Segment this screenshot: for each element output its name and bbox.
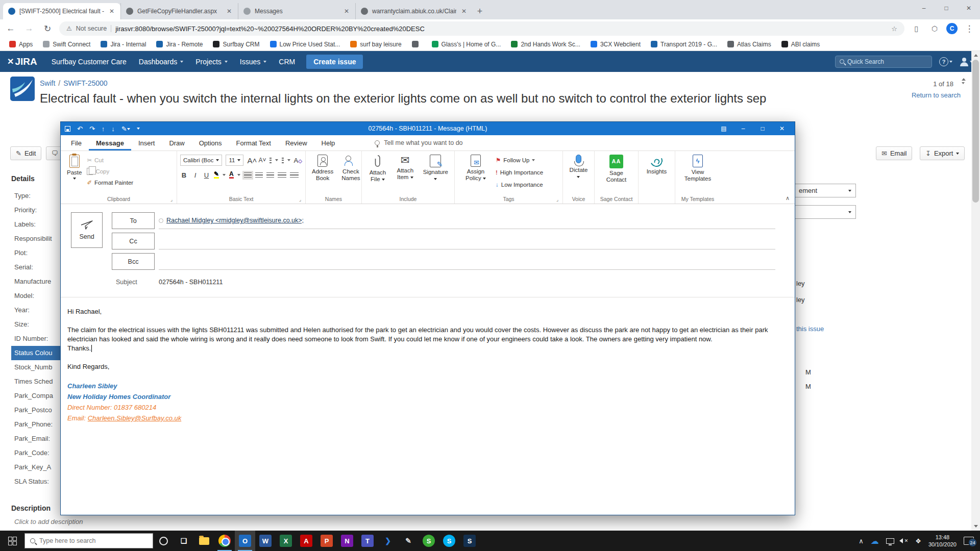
outlook-close-button[interactable]: ✕	[773, 122, 791, 135]
reload-icon[interactable]: ↻	[41, 23, 54, 34]
bookmark-item[interactable]: Jira - Internal	[96, 40, 150, 49]
task-view-icon[interactable]: ❏	[174, 531, 194, 551]
ol-tab-options[interactable]: Options	[192, 135, 229, 151]
dialog-launcher-icon[interactable]: ⌟	[299, 197, 301, 202]
bcc-field[interactable]	[159, 253, 775, 270]
bookmark-item[interactable]: Jira - Remote	[152, 40, 207, 49]
breadcrumb-issue-link[interactable]: SWIFT-25000	[63, 79, 107, 87]
signature-email-link[interactable]: Charleen.Sibley@Surfbay.co.uk	[88, 414, 182, 422]
bookmark-item[interactable]: Atlas Claims	[723, 40, 775, 49]
low-importance-button[interactable]: ↓Low Importance	[496, 179, 543, 190]
cortana-icon[interactable]	[153, 531, 174, 551]
bookmark-star-icon[interactable]: ☆	[891, 25, 897, 33]
tab-warrantyclaim[interactable]: warrantyclaim.abiuk.co.uk/Claim ✕	[355, 3, 473, 19]
chrome-icon[interactable]	[214, 531, 235, 551]
bookmark-item[interactable]: 3CX Webclient	[586, 40, 645, 49]
high-importance-button[interactable]: !High Importance	[496, 167, 543, 178]
cc-field[interactable]	[159, 233, 775, 249]
check-names-button[interactable]: Check Names	[338, 154, 363, 183]
shrink-font-icon[interactable]: A˅	[258, 157, 266, 164]
tab-jira-issue[interactable]: [SWIFT-25000] Electrical fault - w ✕	[3, 3, 120, 19]
extensions-puzzle-icon[interactable]: ⬡	[928, 24, 941, 33]
field-select-partial[interactable]: ement	[795, 184, 856, 197]
start-button[interactable]	[0, 531, 24, 551]
edge-icon[interactable]: ❯	[378, 531, 398, 551]
tell-me-search[interactable]: Tell me what you want to do	[375, 135, 462, 151]
bookmark-item[interactable]: Low Price Used Stat...	[266, 40, 345, 49]
ol-tab-format-text[interactable]: Format Text	[229, 135, 278, 151]
return-to-search-link[interactable]: Return to search	[912, 91, 961, 99]
back-icon[interactable]: ←	[4, 23, 17, 34]
clear-formatting-icon[interactable]: A◇	[294, 157, 302, 164]
cc-button[interactable]: Cc	[112, 233, 155, 249]
ol-tab-review[interactable]: Review	[278, 135, 314, 151]
attach-file-button[interactable]: Attach File	[365, 154, 390, 184]
create-issue-button[interactable]: Create issue	[306, 55, 363, 69]
numbering-icon[interactable]	[282, 158, 284, 163]
powerpoint-icon[interactable]: P	[316, 531, 337, 551]
outlook-minimize-button[interactable]: –	[734, 122, 752, 135]
network-display-icon[interactable]	[886, 538, 894, 544]
italic-icon[interactable]: I	[191, 171, 199, 179]
paste-button[interactable]: Paste	[64, 154, 85, 181]
scrollbar-thumb[interactable]	[972, 60, 979, 203]
font-name-select[interactable]: Calibri (Boc	[180, 155, 222, 166]
customize-qat-icon[interactable]	[137, 128, 140, 130]
onedrive-icon[interactable]: ☁	[871, 536, 879, 546]
project-avatar[interactable]	[10, 77, 35, 101]
forward-icon[interactable]: →	[22, 23, 36, 34]
sage-contact-button[interactable]: AA Sage Contact	[599, 154, 634, 184]
ol-tab-message[interactable]: Message	[89, 135, 131, 151]
tab-messages[interactable]: Messages ✕	[238, 3, 355, 19]
bullets-icon[interactable]	[270, 158, 272, 163]
cut-button[interactable]: ✂Cut	[87, 155, 133, 165]
address-book-button[interactable]: Address Book	[309, 154, 336, 183]
previous-item-icon[interactable]: ↑	[102, 125, 105, 133]
new-tab-button[interactable]: +	[473, 4, 487, 18]
bold-icon[interactable]: B	[180, 171, 188, 179]
tab-close-icon[interactable]: ✕	[108, 7, 115, 16]
ol-tab-file[interactable]: File	[64, 135, 89, 151]
page-scrollbar[interactable]	[971, 51, 980, 531]
outlook-title-bar[interactable]: ↶ ↷ ↑ ↓ ✎ 027564h - SBH011211 - Message …	[61, 122, 795, 135]
excel-icon[interactable]: X	[276, 531, 296, 551]
url-text[interactable]: jirasvr:8080/browse/SWIFT-25000?jql=text…	[115, 25, 425, 33]
edit-button[interactable]: ✎ Edit	[10, 146, 41, 160]
outlook-maximize-button[interactable]: □	[754, 122, 771, 135]
ol-tab-draw[interactable]: Draw	[162, 135, 191, 151]
redo-icon[interactable]: ↷	[89, 125, 95, 133]
bookmark-item[interactable]: Swift Connect	[39, 40, 94, 49]
insights-button[interactable]: Insights	[644, 154, 670, 176]
tab-close-icon[interactable]: ✕	[226, 7, 233, 16]
assign-policy-button[interactable]: Assign Policy	[458, 154, 494, 183]
security-label[interactable]: Not secure	[76, 25, 107, 32]
quick-search-input[interactable]: Quick Search	[835, 56, 932, 68]
bookmark-item[interactable]	[408, 40, 426, 48]
tab-close-icon[interactable]: ✕	[343, 7, 350, 16]
signature-button[interactable]: Signature	[420, 154, 451, 183]
acrobat-icon[interactable]: A	[296, 531, 316, 551]
browser-close-button[interactable]: ✕	[958, 0, 980, 16]
browser-minimize-button[interactable]: –	[913, 0, 935, 16]
dropbox-icon[interactable]: ❖	[915, 537, 921, 545]
dictate-button[interactable]: Dictate	[567, 154, 591, 181]
hidden-icons-chevron[interactable]: ∧	[859, 537, 864, 545]
bookmark-item[interactable]: 2nd Hands Work Sc...	[507, 40, 584, 49]
description-placeholder[interactable]: Click to add description	[14, 518, 83, 525]
word-icon[interactable]: W	[255, 531, 276, 551]
bookmark-item[interactable]: Transport 2019 - G...	[647, 40, 721, 49]
to-button[interactable]: To	[112, 212, 155, 229]
next-item-icon[interactable]: ↓	[111, 125, 115, 133]
onenote-icon[interactable]: N	[337, 531, 357, 551]
send-to-device-icon[interactable]: ▯	[910, 24, 923, 33]
tab-getfilecopy[interactable]: GetFileCopyFileHandler.aspx ✕	[120, 3, 238, 19]
font-size-select[interactable]: 11	[226, 155, 243, 166]
browser-maximize-button[interactable]: □	[935, 0, 958, 16]
pen-tool-icon[interactable]: ✎	[398, 531, 419, 551]
bookmark-item[interactable]: surf bay leisure	[346, 40, 405, 49]
action-center-icon[interactable]: 24	[964, 537, 974, 545]
skype-icon[interactable]: S	[439, 531, 459, 551]
issue-link-fragment[interactable]: this issue	[796, 325, 824, 333]
ribbon-display-options-icon[interactable]: ▤	[715, 122, 732, 135]
copy-button[interactable]: Copy	[87, 166, 133, 177]
